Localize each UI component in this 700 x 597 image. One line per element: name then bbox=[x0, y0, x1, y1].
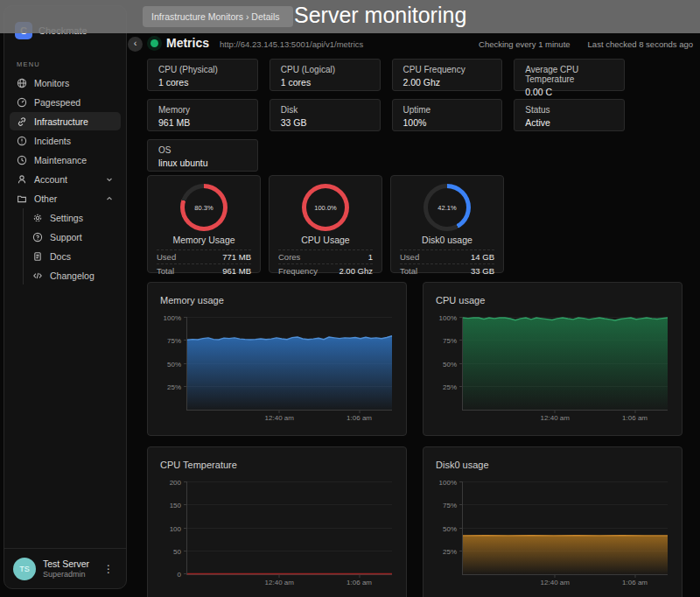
sidebar-item-account[interactable]: Account bbox=[10, 170, 121, 188]
stat-label: OS bbox=[158, 145, 247, 155]
sidebar-item-label: Other bbox=[34, 193, 57, 204]
chart-title: Disk0 usage bbox=[436, 460, 489, 470]
sidebar-item-infrastructure[interactable]: Infrastructure bbox=[10, 112, 121, 130]
document-icon bbox=[32, 251, 43, 262]
gauge-stat-value: 14 GB bbox=[471, 252, 494, 262]
monitor-url: http://64.23.145.13:5001/api/v1/metrics bbox=[220, 39, 363, 49]
gauge-stat-value: 2.00 Ghz bbox=[339, 266, 373, 276]
stat-label: Uptime bbox=[403, 105, 492, 115]
y-tick-label: 25% bbox=[443, 383, 457, 390]
stat-label: CPU (Physical) bbox=[158, 65, 247, 74]
y-tick-label: 50% bbox=[443, 524, 457, 532]
gauge-label: CPU Usage bbox=[270, 235, 382, 245]
x-tick-label: 1:06 am bbox=[622, 414, 648, 422]
stat-value: 1 cores bbox=[281, 77, 369, 88]
stat-value: linux ubuntu bbox=[158, 158, 247, 168]
user-role: Superadmin bbox=[43, 570, 89, 579]
sidebar-item-incidents[interactable]: Incidents bbox=[10, 131, 121, 150]
y-tick-label: 50 bbox=[173, 547, 181, 555]
chart-series bbox=[187, 482, 392, 574]
stat-value: 1 cores bbox=[158, 77, 247, 88]
gauge-stat-row: Used14 GB bbox=[400, 249, 494, 263]
chart-plot: 20015010050012:40 am1:06 am bbox=[186, 482, 392, 575]
avatar: TS bbox=[13, 558, 36, 580]
screenshot-title-bar: Infrastructure Monitors › Details Server… bbox=[0, 0, 700, 33]
overlay-title: Server monitoring bbox=[294, 3, 466, 28]
sidebar-item-support[interactable]: Support bbox=[24, 228, 121, 246]
y-tick-label: 75% bbox=[167, 337, 181, 345]
sidebar-item-label: Incidents bbox=[34, 136, 71, 146]
sidebar-user-row[interactable]: TS Test Server Superadmin ⋮ bbox=[4, 548, 126, 588]
x-tickmark bbox=[279, 574, 280, 578]
sidebar-item-monitors[interactable]: Monitors bbox=[10, 74, 121, 92]
user-icon bbox=[17, 174, 27, 185]
x-tick-label: 12:40 am bbox=[541, 414, 570, 422]
x-tickmark bbox=[359, 574, 360, 578]
stat-label: CPU Frequency bbox=[403, 65, 492, 74]
x-tick-label: 1:06 am bbox=[346, 414, 372, 422]
kebab-menu-icon[interactable]: ⋮ bbox=[100, 561, 117, 577]
infrastructure-link-icon bbox=[17, 116, 27, 127]
gauge-stat-value: 33 GB bbox=[471, 266, 494, 276]
clock-icon bbox=[17, 155, 27, 165]
gauge-stat-key: Used bbox=[400, 252, 419, 262]
stat-value: 961 MB bbox=[158, 117, 247, 128]
stat-label: CPU (Logical) bbox=[281, 65, 369, 74]
usage-ring-icon: 80.3% bbox=[180, 184, 228, 231]
x-tickmark bbox=[555, 410, 556, 413]
stat-label: Disk bbox=[281, 105, 369, 115]
sidebar-item-label: Account bbox=[34, 174, 67, 185]
gauge-stat-value: 961 MB bbox=[222, 266, 251, 276]
stat-card: CPU Frequency2.00 Ghz bbox=[392, 59, 503, 91]
status-dot-icon bbox=[150, 39, 158, 47]
sidebar-item-settings[interactable]: Settings bbox=[24, 208, 121, 227]
x-tick-label: 12:40 am bbox=[265, 414, 294, 422]
sidebar-item-label: Maintenance bbox=[34, 155, 87, 165]
sidebar-item-changelog[interactable]: Changelog bbox=[24, 266, 121, 284]
x-tickmark bbox=[279, 410, 280, 413]
y-tick-label: 25% bbox=[167, 383, 181, 390]
x-tick-label: 12:40 am bbox=[541, 579, 570, 586]
x-tickmark bbox=[359, 410, 360, 413]
x-tick-label: 1:06 am bbox=[622, 579, 648, 586]
gauge-card: 80.3%Memory UsageUsed771 MBTotal961 MB bbox=[147, 175, 261, 273]
gauge-stat-row: Total961 MB bbox=[157, 263, 251, 277]
y-tick-label: 0 bbox=[178, 571, 181, 579]
chart-plot: 100%75%50%25%12:40 am1:06 am bbox=[186, 318, 392, 411]
breadcrumb[interactable]: Infrastructure Monitors › Details bbox=[143, 6, 293, 27]
gauge-stat-value: 771 MB bbox=[222, 252, 251, 262]
stat-label: Status bbox=[525, 105, 613, 115]
sidebar-item-docs[interactable]: Docs bbox=[24, 247, 121, 265]
stat-label: Average CPU Temperature bbox=[525, 65, 613, 84]
chart-plot: 100%75%50%25%12:40 am1:06 am bbox=[462, 482, 668, 575]
usage-percent: 80.3% bbox=[194, 204, 213, 212]
gauge-stat-row: Frequency2.00 Ghz bbox=[278, 263, 373, 277]
chevron-up-icon bbox=[105, 194, 114, 203]
chart-series bbox=[187, 318, 392, 410]
sidebar-item-maintenance[interactable]: Maintenance bbox=[10, 151, 121, 169]
sidebar-item-other[interactable]: Other bbox=[10, 189, 121, 207]
sidebar: C Checkmate MENU Monitors Pagespeed Infr… bbox=[4, 5, 127, 589]
y-tick-label: 50% bbox=[167, 360, 181, 368]
memory-usage-chart: Memory usage 100%75%50%25%12:40 am1:06 a… bbox=[147, 282, 407, 436]
y-tick-label: 50% bbox=[443, 360, 457, 368]
x-tick-label: 1:06 am bbox=[346, 579, 372, 586]
gauge-rows: Used771 MBTotal961 MB bbox=[157, 249, 251, 277]
gauge-stat-key: Cores bbox=[278, 252, 300, 262]
stat-value: 0.00 C bbox=[525, 87, 613, 97]
sidebar-item-label: Monitors bbox=[34, 78, 69, 88]
gauge-stat-value: 1 bbox=[368, 252, 373, 262]
help-circle-icon bbox=[32, 232, 43, 242]
cpu-usage-chart: CPU usage 100%75%50%25%12:40 am1:06 am bbox=[423, 282, 682, 436]
stat-cards-grid: CPU (Physical)1 coresCPU (Logical)1 core… bbox=[147, 59, 625, 172]
sidebar-item-pagespeed[interactable]: Pagespeed bbox=[10, 93, 121, 111]
gauge-stat-key: Frequency bbox=[278, 266, 318, 276]
user-name: Test Server bbox=[43, 558, 89, 569]
gauge-stat-key: Total bbox=[157, 266, 174, 276]
disk0-usage-chart: Disk0 usage 100%75%50%25%12:40 am1:06 am bbox=[423, 446, 682, 597]
gauge-stat-row: Used771 MB bbox=[157, 249, 251, 263]
y-tick-label: 100% bbox=[439, 479, 457, 487]
other-submenu: Settings Support Docs Changelog bbox=[23, 208, 126, 284]
back-button[interactable]: ‹ bbox=[128, 37, 143, 52]
gear-icon bbox=[32, 213, 43, 223]
